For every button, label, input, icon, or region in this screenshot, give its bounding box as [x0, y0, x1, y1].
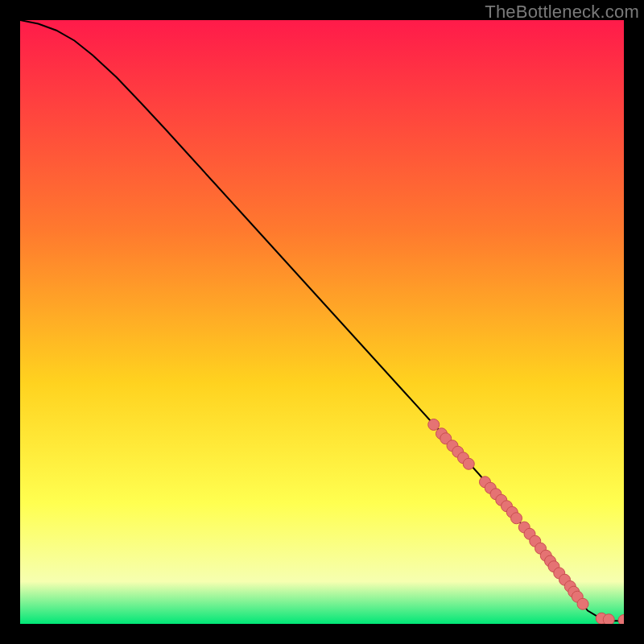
chart-svg — [20, 20, 624, 624]
data-point — [428, 419, 440, 431]
data-point — [511, 513, 522, 524]
data-point — [463, 458, 474, 469]
plot-area — [20, 20, 624, 624]
data-point — [577, 598, 588, 609]
data-point — [603, 614, 614, 624]
chart-frame: TheBottleneck.com — [0, 0, 644, 644]
